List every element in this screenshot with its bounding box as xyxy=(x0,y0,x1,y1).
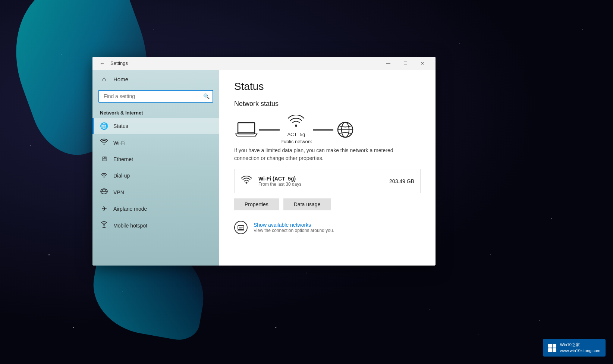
home-icon: ⌂ xyxy=(100,75,108,83)
network-card: Wi-Fi (ACT_5g) From the last 30 days 203… xyxy=(234,169,421,193)
dialup-icon xyxy=(100,171,108,180)
search-input[interactable] xyxy=(98,90,213,103)
maximize-button[interactable]: ☐ xyxy=(397,57,414,70)
vpn-icon xyxy=(100,188,108,197)
sidebar-item-status[interactable]: 🌐 Status xyxy=(92,118,219,134)
network-diagram: ACT_5g Public network xyxy=(234,115,421,144)
sidebar-item-label: Ethernet xyxy=(113,156,133,162)
watermark: Win10之家 www.win10xitong.com xyxy=(543,339,606,357)
svg-rect-12 xyxy=(238,226,244,229)
sidebar-search-container: 🔍 xyxy=(98,90,213,103)
window-body: ⌂ Home 🔍 Network & Internet 🌐 Status xyxy=(92,70,436,266)
watermark-line2: www.win10xitong.com xyxy=(560,348,600,354)
network-card-info: Wi-Fi (ACT_5g) From the last 30 days xyxy=(258,176,383,187)
network-center: ACT_5g Public network xyxy=(280,115,312,144)
hotspot-icon xyxy=(100,221,108,230)
network-card-sub: From the last 30 days xyxy=(258,182,383,187)
network-name: ACT_5g xyxy=(287,132,305,137)
sidebar-item-label: Dial-up xyxy=(113,173,130,179)
sidebar-section-title: Network & Internet xyxy=(92,107,219,118)
info-text: If you have a limited data plan, you can… xyxy=(234,147,402,162)
sidebar-item-label: Mobile hotspot xyxy=(113,223,147,229)
section-title: Network status xyxy=(234,100,421,108)
sidebar-item-dialup[interactable]: Dial-up xyxy=(92,167,219,184)
networks-icon xyxy=(234,221,248,234)
wifi-card-icon xyxy=(241,175,252,188)
sidebar-item-label: VPN xyxy=(113,189,124,195)
close-button[interactable]: ✕ xyxy=(414,57,431,70)
sidebar-item-wifi[interactable]: Wi-Fi xyxy=(92,134,219,151)
svg-rect-5 xyxy=(238,123,255,134)
svg-point-11 xyxy=(246,182,248,184)
status-icon: 🌐 xyxy=(100,122,108,130)
data-usage-button[interactable]: Data usage xyxy=(283,198,331,210)
main-content: Status Network status xyxy=(219,70,436,266)
network-card-name: Wi-Fi (ACT_5g) xyxy=(258,176,383,182)
svg-point-2 xyxy=(103,224,105,226)
sidebar-item-label: Airplane mode xyxy=(113,206,147,212)
show-available-networks[interactable]: Show available networks View the connect… xyxy=(234,218,421,237)
network-actions: Properties Data usage xyxy=(234,198,421,210)
show-networks-text: Show available networks View the connect… xyxy=(254,222,334,233)
wifi-icon xyxy=(100,138,108,147)
laptop-icon xyxy=(234,120,258,140)
show-networks-sub: View the connection options around you. xyxy=(254,228,334,233)
router-icon xyxy=(287,115,305,130)
sidebar-item-vpn[interactable]: VPN xyxy=(92,184,219,201)
window-title: Settings xyxy=(110,60,128,66)
sidebar-item-hotspot[interactable]: Mobile hotspot xyxy=(92,217,219,234)
sidebar-item-label: Wi-Fi xyxy=(113,140,126,146)
globe-icon xyxy=(334,120,356,140)
network-line-1 xyxy=(259,129,280,131)
window-controls: — ☐ ✕ xyxy=(380,57,431,70)
home-label: Home xyxy=(113,76,128,82)
watermark-text: Win10之家 www.win10xitong.com xyxy=(560,342,600,354)
sidebar-item-airplane[interactable]: ✈ Airplane mode xyxy=(92,201,219,217)
back-button[interactable]: ← xyxy=(97,58,107,69)
page-title: Status xyxy=(234,81,421,92)
airplane-icon: ✈ xyxy=(100,205,108,213)
sidebar-item-home[interactable]: ⌂ Home xyxy=(92,70,219,88)
titlebar: ← Settings — ☐ ✕ xyxy=(92,57,436,70)
watermark-line1: Win10之家 xyxy=(560,342,600,348)
properties-button[interactable]: Properties xyxy=(234,198,279,210)
minimize-button[interactable]: — xyxy=(380,57,397,70)
network-usage: 203.49 GB xyxy=(389,178,414,184)
show-networks-title: Show available networks xyxy=(254,222,334,228)
sidebar: ⌂ Home 🔍 Network & Internet 🌐 Status xyxy=(92,70,219,266)
sidebar-item-ethernet[interactable]: 🖥 Ethernet xyxy=(92,151,219,167)
settings-window: ← Settings — ☐ ✕ ⌂ Home xyxy=(92,57,436,266)
windows-logo-icon xyxy=(548,344,556,352)
svg-point-7 xyxy=(295,125,297,127)
sidebar-item-label: Status xyxy=(113,123,128,129)
ethernet-icon: 🖥 xyxy=(100,155,108,163)
network-line-2 xyxy=(313,129,333,131)
network-type: Public network xyxy=(280,139,312,144)
search-icon: 🔍 xyxy=(203,93,210,99)
